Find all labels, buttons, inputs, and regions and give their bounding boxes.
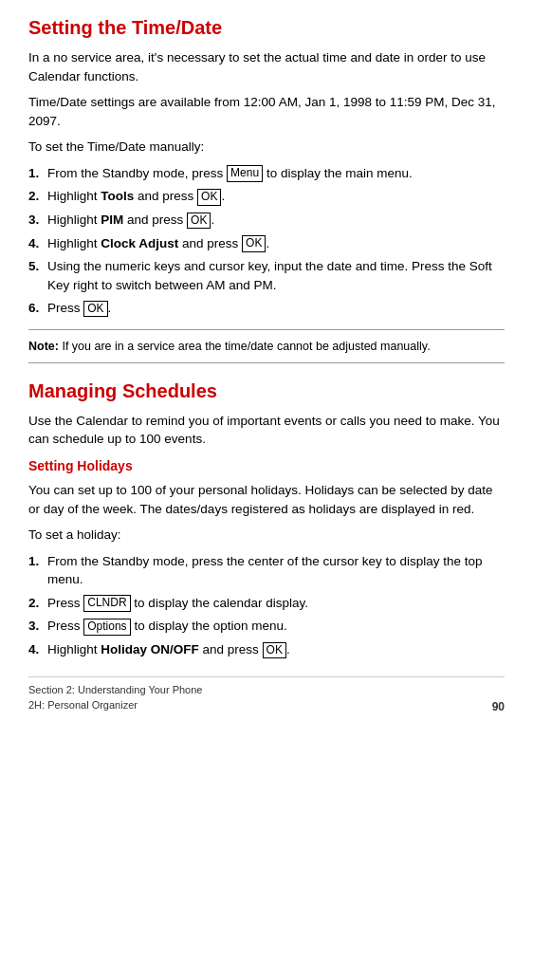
note-label: Note:	[28, 340, 59, 353]
sub-step-1: 1. From the Standby mode, press the cent…	[28, 552, 505, 589]
sub-step-4-content: Highlight Holiday ON/OFF and press OK.	[47, 640, 505, 659]
step-5: 5. Using the numeric keys and cursor key…	[28, 257, 505, 294]
footer-chapter-label: 2H: Personal Organizer	[28, 697, 202, 713]
step-2-text-middle: and press	[134, 189, 197, 203]
step-2-content: Highlight Tools and press OK.	[47, 187, 505, 206]
sub-step-4-bold: Holiday ON/OFF	[101, 642, 199, 656]
section1-para1: In a no service area, it's necessary to …	[28, 48, 505, 85]
step-4-content: Highlight Clock Adjust and press OK.	[47, 234, 505, 253]
sub-step-2: 2. Press CLNDR to display the calendar d…	[28, 594, 505, 613]
step-1-content: From the Standby mode, press Menu to dis…	[47, 164, 505, 183]
section1-steps: 1. From the Standby mode, press Menu to …	[28, 164, 505, 318]
sub-step-3-content: Press Options to display the option menu…	[47, 617, 505, 636]
step-2-text-before: Highlight	[47, 189, 101, 203]
step-5-num: 5.	[28, 257, 47, 294]
sub-step-2-content: Press CLNDR to display the calendar disp…	[47, 594, 505, 613]
sub-step-1-content: From the Standby mode, press the center …	[47, 552, 505, 589]
sub-step-4-text-middle: and press	[199, 642, 263, 656]
footer-page-num: 90	[492, 700, 505, 713]
step-4-text-after: .	[266, 236, 269, 250]
sub-step-3-text-after: to display the option menu.	[131, 619, 287, 633]
sub-step-2-text-after: to display the calendar display.	[131, 596, 308, 610]
step-3-kbd: OK	[187, 213, 211, 230]
step-2-bold: Tools	[101, 189, 134, 203]
sub-step-3-kbd: Options	[83, 619, 130, 636]
step-1-text-before: From the Standby mode, press	[47, 166, 227, 180]
footer-left: Section 2: Understanding Your Phone 2H: …	[28, 682, 202, 713]
sub-step-2-text-before: Press	[47, 596, 83, 610]
subsection-title: Setting Holidays	[28, 458, 505, 473]
step-3-text-before: Highlight	[47, 213, 101, 227]
step-3-num: 3.	[28, 211, 47, 230]
step-1-kbd: Menu	[227, 165, 263, 182]
sub-step-3-num: 3.	[28, 617, 47, 636]
step-1-num: 1.	[28, 164, 47, 183]
section1-para3: To set the Time/Date manually:	[28, 138, 505, 157]
step-6-text-before: Press	[47, 301, 83, 315]
step-3: 3. Highlight PIM and press OK.	[28, 211, 505, 230]
step-6-text-after: .	[108, 301, 112, 315]
sub-step-1-num: 1.	[28, 552, 47, 589]
sub-step-2-num: 2.	[28, 594, 47, 613]
subsection-para1: You can set up to 100 of your personal h…	[28, 481, 505, 518]
step-4: 4. Highlight Clock Adjust and press OK.	[28, 234, 505, 253]
step-2-text-after: .	[221, 189, 225, 203]
section1-title: Setting the Time/Date	[28, 17, 505, 39]
sub-step-4-kbd: OK	[263, 642, 286, 659]
step-3-text-middle: and press	[123, 213, 187, 227]
subsection-para2: To set a holiday:	[28, 526, 505, 545]
sub-step-4-text-after: .	[286, 642, 290, 656]
step-4-text-middle: and press	[178, 236, 242, 250]
step-4-kbd: OK	[242, 235, 266, 252]
step-6-num: 6.	[28, 299, 47, 318]
step-6-content: Press OK.	[47, 299, 505, 318]
step-2-num: 2.	[28, 187, 47, 206]
step-6-kbd: OK	[83, 301, 107, 318]
step-3-text-after: .	[211, 213, 214, 227]
subsection-steps: 1. From the Standby mode, press the cent…	[28, 552, 505, 659]
step-6: 6. Press OK.	[28, 299, 505, 318]
step-3-bold: PIM	[101, 213, 123, 227]
sub-step-4-num: 4.	[28, 640, 47, 659]
section2-para1: Use the Calendar to remind you of import…	[28, 412, 505, 449]
sub-step-4-text-before: Highlight	[47, 642, 101, 656]
step-2-kbd: OK	[197, 189, 221, 206]
footer-section-label: Section 2: Understanding Your Phone	[28, 682, 202, 698]
step-1: 1. From the Standby mode, press Menu to …	[28, 164, 505, 183]
step-4-bold: Clock Adjust	[101, 236, 178, 250]
step-5-content: Using the numeric keys and cursor key, i…	[47, 257, 505, 294]
section1-para2: Time/Date settings are available from 12…	[28, 93, 505, 130]
footer: Section 2: Understanding Your Phone 2H: …	[28, 676, 505, 713]
step-4-text-before: Highlight	[47, 236, 101, 250]
note-box: Note: If you are in a service area the t…	[28, 329, 505, 363]
sub-step-2-kbd: CLNDR	[83, 595, 130, 612]
step-5-text-before: Using the numeric keys and cursor key, i…	[47, 259, 492, 292]
note-text: If you are in a service area the time/da…	[59, 340, 431, 353]
sub-step-3: 3. Press Options to display the option m…	[28, 617, 505, 636]
sub-step-1-text: From the Standby mode, press the center …	[47, 554, 483, 587]
sub-step-4: 4. Highlight Holiday ON/OFF and press OK…	[28, 640, 505, 659]
step-1-text-after: to display the main menu.	[263, 166, 413, 180]
step-2: 2. Highlight Tools and press OK.	[28, 187, 505, 206]
section2-title: Managing Schedules	[28, 380, 505, 402]
step-3-content: Highlight PIM and press OK.	[47, 211, 505, 230]
step-4-num: 4.	[28, 234, 47, 253]
sub-step-3-text-before: Press	[47, 619, 83, 633]
